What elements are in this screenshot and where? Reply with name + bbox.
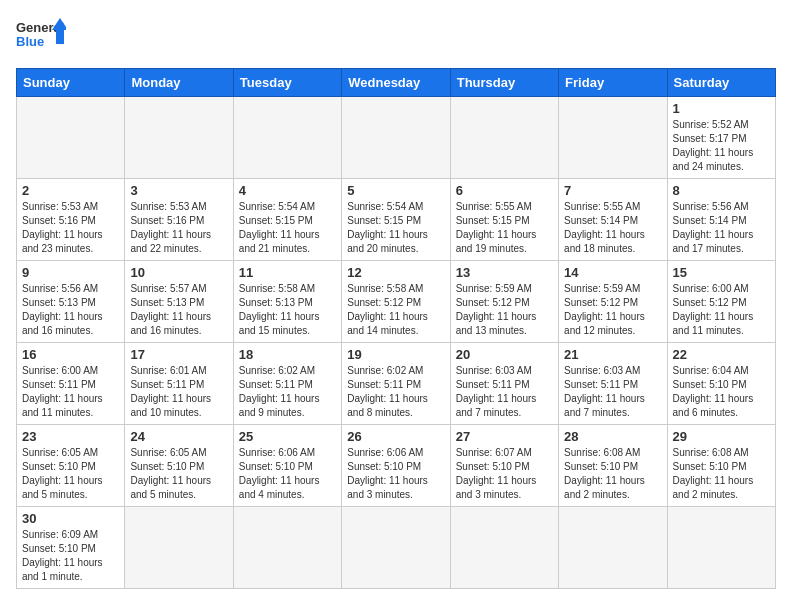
svg-text:Blue: Blue — [16, 34, 44, 49]
calendar-row-1: 2Sunrise: 5:53 AM Sunset: 5:16 PM Daylig… — [17, 179, 776, 261]
calendar-cell — [342, 97, 450, 179]
cell-info: Sunrise: 5:58 AM Sunset: 5:12 PM Dayligh… — [347, 282, 444, 338]
calendar-cell: 18Sunrise: 6:02 AM Sunset: 5:11 PM Dayli… — [233, 343, 341, 425]
calendar-cell: 19Sunrise: 6:02 AM Sunset: 5:11 PM Dayli… — [342, 343, 450, 425]
day-number: 25 — [239, 429, 336, 444]
calendar-table: SundayMondayTuesdayWednesdayThursdayFrid… — [16, 68, 776, 589]
calendar-cell: 26Sunrise: 6:06 AM Sunset: 5:10 PM Dayli… — [342, 425, 450, 507]
day-number: 28 — [564, 429, 661, 444]
calendar-body: 1Sunrise: 5:52 AM Sunset: 5:17 PM Daylig… — [17, 97, 776, 589]
day-number: 18 — [239, 347, 336, 362]
day-number: 23 — [22, 429, 119, 444]
cell-info: Sunrise: 5:56 AM Sunset: 5:13 PM Dayligh… — [22, 282, 119, 338]
calendar-cell — [559, 507, 667, 589]
day-number: 15 — [673, 265, 770, 280]
calendar-cell — [233, 97, 341, 179]
calendar-cell: 3Sunrise: 5:53 AM Sunset: 5:16 PM Daylig… — [125, 179, 233, 261]
cell-info: Sunrise: 6:08 AM Sunset: 5:10 PM Dayligh… — [564, 446, 661, 502]
calendar-cell — [559, 97, 667, 179]
day-number: 21 — [564, 347, 661, 362]
day-number: 30 — [22, 511, 119, 526]
calendar-cell: 13Sunrise: 5:59 AM Sunset: 5:12 PM Dayli… — [450, 261, 558, 343]
weekday-row: SundayMondayTuesdayWednesdayThursdayFrid… — [17, 69, 776, 97]
calendar-cell: 29Sunrise: 6:08 AM Sunset: 5:10 PM Dayli… — [667, 425, 775, 507]
cell-info: Sunrise: 6:03 AM Sunset: 5:11 PM Dayligh… — [564, 364, 661, 420]
day-number: 5 — [347, 183, 444, 198]
day-number: 13 — [456, 265, 553, 280]
calendar-cell: 23Sunrise: 6:05 AM Sunset: 5:10 PM Dayli… — [17, 425, 125, 507]
cell-info: Sunrise: 6:00 AM Sunset: 5:12 PM Dayligh… — [673, 282, 770, 338]
calendar-cell: 27Sunrise: 6:07 AM Sunset: 5:10 PM Dayli… — [450, 425, 558, 507]
cell-info: Sunrise: 6:08 AM Sunset: 5:10 PM Dayligh… — [673, 446, 770, 502]
calendar-cell: 28Sunrise: 6:08 AM Sunset: 5:10 PM Dayli… — [559, 425, 667, 507]
page-header: General Blue — [16, 16, 776, 56]
day-number: 3 — [130, 183, 227, 198]
day-number: 10 — [130, 265, 227, 280]
cell-info: Sunrise: 5:59 AM Sunset: 5:12 PM Dayligh… — [564, 282, 661, 338]
calendar-cell: 15Sunrise: 6:00 AM Sunset: 5:12 PM Dayli… — [667, 261, 775, 343]
day-number: 19 — [347, 347, 444, 362]
calendar-cell: 6Sunrise: 5:55 AM Sunset: 5:15 PM Daylig… — [450, 179, 558, 261]
calendar-cell: 25Sunrise: 6:06 AM Sunset: 5:10 PM Dayli… — [233, 425, 341, 507]
cell-info: Sunrise: 5:56 AM Sunset: 5:14 PM Dayligh… — [673, 200, 770, 256]
day-number: 4 — [239, 183, 336, 198]
calendar-cell — [125, 97, 233, 179]
weekday-header-monday: Monday — [125, 69, 233, 97]
cell-info: Sunrise: 5:54 AM Sunset: 5:15 PM Dayligh… — [347, 200, 444, 256]
day-number: 27 — [456, 429, 553, 444]
calendar-cell — [667, 507, 775, 589]
calendar-cell: 4Sunrise: 5:54 AM Sunset: 5:15 PM Daylig… — [233, 179, 341, 261]
calendar-cell: 7Sunrise: 5:55 AM Sunset: 5:14 PM Daylig… — [559, 179, 667, 261]
day-number: 16 — [22, 347, 119, 362]
weekday-header-saturday: Saturday — [667, 69, 775, 97]
calendar-cell: 20Sunrise: 6:03 AM Sunset: 5:11 PM Dayli… — [450, 343, 558, 425]
day-number: 24 — [130, 429, 227, 444]
day-number: 17 — [130, 347, 227, 362]
cell-info: Sunrise: 6:06 AM Sunset: 5:10 PM Dayligh… — [347, 446, 444, 502]
day-number: 14 — [564, 265, 661, 280]
cell-info: Sunrise: 5:55 AM Sunset: 5:15 PM Dayligh… — [456, 200, 553, 256]
calendar-cell — [233, 507, 341, 589]
calendar-cell — [450, 97, 558, 179]
logo: General Blue — [16, 16, 66, 56]
calendar-cell: 2Sunrise: 5:53 AM Sunset: 5:16 PM Daylig… — [17, 179, 125, 261]
day-number: 9 — [22, 265, 119, 280]
calendar-cell: 5Sunrise: 5:54 AM Sunset: 5:15 PM Daylig… — [342, 179, 450, 261]
day-number: 12 — [347, 265, 444, 280]
cell-info: Sunrise: 6:03 AM Sunset: 5:11 PM Dayligh… — [456, 364, 553, 420]
cell-info: Sunrise: 5:52 AM Sunset: 5:17 PM Dayligh… — [673, 118, 770, 174]
calendar-cell: 9Sunrise: 5:56 AM Sunset: 5:13 PM Daylig… — [17, 261, 125, 343]
cell-info: Sunrise: 5:59 AM Sunset: 5:12 PM Dayligh… — [456, 282, 553, 338]
calendar-row-0: 1Sunrise: 5:52 AM Sunset: 5:17 PM Daylig… — [17, 97, 776, 179]
logo-svg: General Blue — [16, 16, 66, 56]
calendar-header: SundayMondayTuesdayWednesdayThursdayFrid… — [17, 69, 776, 97]
cell-info: Sunrise: 5:57 AM Sunset: 5:13 PM Dayligh… — [130, 282, 227, 338]
calendar-cell: 10Sunrise: 5:57 AM Sunset: 5:13 PM Dayli… — [125, 261, 233, 343]
cell-info: Sunrise: 6:07 AM Sunset: 5:10 PM Dayligh… — [456, 446, 553, 502]
calendar-cell: 30Sunrise: 6:09 AM Sunset: 5:10 PM Dayli… — [17, 507, 125, 589]
day-number: 29 — [673, 429, 770, 444]
calendar-cell: 16Sunrise: 6:00 AM Sunset: 5:11 PM Dayli… — [17, 343, 125, 425]
cell-info: Sunrise: 6:02 AM Sunset: 5:11 PM Dayligh… — [347, 364, 444, 420]
cell-info: Sunrise: 6:05 AM Sunset: 5:10 PM Dayligh… — [130, 446, 227, 502]
calendar-cell: 21Sunrise: 6:03 AM Sunset: 5:11 PM Dayli… — [559, 343, 667, 425]
cell-info: Sunrise: 5:54 AM Sunset: 5:15 PM Dayligh… — [239, 200, 336, 256]
day-number: 1 — [673, 101, 770, 116]
day-number: 2 — [22, 183, 119, 198]
calendar-cell: 17Sunrise: 6:01 AM Sunset: 5:11 PM Dayli… — [125, 343, 233, 425]
calendar-cell: 14Sunrise: 5:59 AM Sunset: 5:12 PM Dayli… — [559, 261, 667, 343]
weekday-header-friday: Friday — [559, 69, 667, 97]
calendar-cell — [17, 97, 125, 179]
day-number: 7 — [564, 183, 661, 198]
weekday-header-thursday: Thursday — [450, 69, 558, 97]
calendar-cell: 1Sunrise: 5:52 AM Sunset: 5:17 PM Daylig… — [667, 97, 775, 179]
day-number: 11 — [239, 265, 336, 280]
day-number: 6 — [456, 183, 553, 198]
day-number: 26 — [347, 429, 444, 444]
day-number: 22 — [673, 347, 770, 362]
calendar-row-4: 23Sunrise: 6:05 AM Sunset: 5:10 PM Dayli… — [17, 425, 776, 507]
cell-info: Sunrise: 5:53 AM Sunset: 5:16 PM Dayligh… — [130, 200, 227, 256]
calendar-cell: 8Sunrise: 5:56 AM Sunset: 5:14 PM Daylig… — [667, 179, 775, 261]
cell-info: Sunrise: 6:04 AM Sunset: 5:10 PM Dayligh… — [673, 364, 770, 420]
cell-info: Sunrise: 6:01 AM Sunset: 5:11 PM Dayligh… — [130, 364, 227, 420]
